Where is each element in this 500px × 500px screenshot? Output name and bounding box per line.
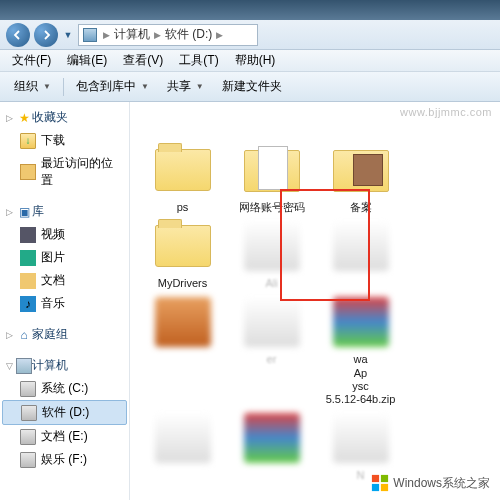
folder-item[interactable]: 备案	[318, 142, 403, 214]
file-item[interactable]	[318, 218, 403, 290]
sidebar-item-label: 视频	[41, 226, 65, 243]
file-item[interactable]	[140, 294, 225, 406]
chevron-right-icon: ▶	[152, 30, 163, 40]
file-icon	[333, 297, 389, 347]
sidebar-libraries[interactable]: ▷ ▣ 库	[0, 200, 129, 223]
folder-icon	[155, 225, 211, 267]
watermark-text: Windows系统之家	[393, 475, 490, 492]
sidebar-item-label: 娱乐 (F:)	[41, 451, 87, 468]
file-item[interactable]: waApysc5.5.12-64b.zip	[318, 294, 403, 406]
collapse-icon: ▽	[6, 361, 16, 371]
sidebar-item-drive-d[interactable]: 软件 (D:)	[2, 400, 127, 425]
menu-bar: 文件(F) 编辑(E) 查看(V) 工具(T) 帮助(H)	[0, 50, 500, 72]
watermark: Windows系统之家	[367, 472, 494, 494]
drive-icon	[21, 405, 37, 421]
sidebar-favorites[interactable]: ▷ ★ 收藏夹	[0, 106, 129, 129]
video-icon	[20, 227, 36, 243]
new-folder-button[interactable]: 新建文件夹	[214, 75, 290, 98]
sidebar-item-drive-c[interactable]: 系统 (C:)	[0, 377, 129, 400]
address-bar[interactable]: ▶ 计算机 ▶ 软件 (D:) ▶	[78, 24, 258, 46]
sidebar-item-label: 文档	[41, 272, 65, 289]
computer-icon	[83, 28, 97, 42]
menu-help[interactable]: 帮助(H)	[227, 50, 284, 71]
menu-tools[interactable]: 工具(T)	[171, 50, 226, 71]
file-icon	[244, 413, 300, 463]
chevron-right-icon: ▶	[214, 30, 225, 40]
file-icon	[333, 221, 389, 271]
menu-view[interactable]: 查看(V)	[115, 50, 171, 71]
sidebar-homegroup[interactable]: ▷ ⌂ 家庭组	[0, 323, 129, 346]
expand-icon: ▷	[6, 330, 16, 340]
item-label: 备案	[350, 201, 372, 214]
sidebar-item-label: 软件 (D:)	[42, 404, 89, 421]
sidebar-item-label: 图片	[41, 249, 65, 266]
file-icon	[244, 221, 300, 271]
file-item[interactable]: er	[229, 294, 314, 406]
item-label: Ali	[265, 277, 277, 290]
item-label: N	[357, 469, 365, 482]
svg-rect-3	[381, 484, 388, 491]
folder-icon	[155, 149, 211, 191]
homegroup-icon: ⌂	[16, 327, 32, 343]
nav-history-dropdown[interactable]: ▼	[62, 24, 74, 46]
chevron-down-icon: ▼	[196, 82, 204, 91]
file-list-pane[interactable]: www.bjjmmc.com ps 网络账号密码 备案 MyDrivers	[130, 102, 500, 500]
sidebar-item-drive-f[interactable]: 娱乐 (F:)	[0, 448, 129, 471]
breadcrumb-drive[interactable]: 软件 (D:)	[163, 26, 214, 43]
file-icon	[244, 297, 300, 347]
sidebar-item-videos[interactable]: 视频	[0, 223, 129, 246]
sidebar-item-label: 下载	[41, 132, 65, 149]
item-label: waApysc5.5.12-64b.zip	[326, 353, 396, 406]
navigation-pane: ▷ ★ 收藏夹 下载 最近访问的位置 ▷ ▣ 库	[0, 102, 130, 500]
item-label: ps	[177, 201, 189, 214]
downloads-icon	[20, 133, 36, 149]
file-icon	[155, 297, 211, 347]
item-label: MyDrivers	[158, 277, 208, 290]
share-button[interactable]: 共享▼	[159, 75, 212, 98]
music-icon: ♪	[20, 296, 36, 312]
sidebar-label: 库	[32, 203, 44, 220]
drive-icon	[20, 452, 36, 468]
menu-file[interactable]: 文件(F)	[4, 50, 59, 71]
star-icon: ★	[16, 110, 32, 126]
breadcrumb-computer[interactable]: 计算机	[112, 26, 152, 43]
recent-icon	[20, 164, 36, 180]
picture-icon	[20, 250, 36, 266]
menu-edit[interactable]: 编辑(E)	[59, 50, 115, 71]
sidebar-item-drive-e[interactable]: 文档 (E:)	[0, 425, 129, 448]
file-icon	[333, 413, 389, 463]
sidebar-label: 计算机	[32, 357, 68, 374]
folder-icon	[333, 146, 389, 194]
sidebar-item-pictures[interactable]: 图片	[0, 246, 129, 269]
file-item[interactable]: Ali	[229, 218, 314, 290]
sidebar-item-label: 音乐	[41, 295, 65, 312]
sidebar-item-documents[interactable]: 文档	[0, 269, 129, 292]
drive-icon	[20, 381, 36, 397]
drive-icon	[20, 429, 36, 445]
folder-item[interactable]: ps	[140, 142, 225, 214]
folder-icon	[244, 146, 300, 194]
file-item[interactable]	[229, 410, 314, 482]
file-item[interactable]	[140, 410, 225, 482]
sidebar-item-downloads[interactable]: 下载	[0, 129, 129, 152]
file-icon	[155, 413, 211, 463]
chevron-down-icon: ▼	[141, 82, 149, 91]
svg-rect-1	[381, 475, 388, 482]
sidebar-label: 家庭组	[32, 326, 68, 343]
include-library-button[interactable]: 包含到库中▼	[68, 75, 157, 98]
sidebar-item-music[interactable]: ♪ 音乐	[0, 292, 129, 315]
nav-back-button[interactable]	[6, 23, 30, 47]
sidebar-computer[interactable]: ▽ 计算机	[0, 354, 129, 377]
sidebar-item-recent[interactable]: 最近访问的位置	[0, 152, 129, 192]
nav-forward-button[interactable]	[34, 23, 58, 47]
organize-button[interactable]: 组织▼	[6, 75, 59, 98]
watermark-url: www.bjjmmc.com	[400, 106, 492, 118]
folder-item[interactable]: MyDrivers	[140, 218, 225, 290]
address-row: ▼ ▶ 计算机 ▶ 软件 (D:) ▶	[0, 20, 500, 50]
sidebar-item-label: 最近访问的位置	[41, 155, 123, 189]
sidebar-label: 收藏夹	[32, 109, 68, 126]
separator	[63, 78, 64, 96]
folder-item[interactable]: 网络账号密码	[229, 142, 314, 214]
svg-rect-2	[372, 484, 379, 491]
item-label: er	[267, 353, 277, 366]
